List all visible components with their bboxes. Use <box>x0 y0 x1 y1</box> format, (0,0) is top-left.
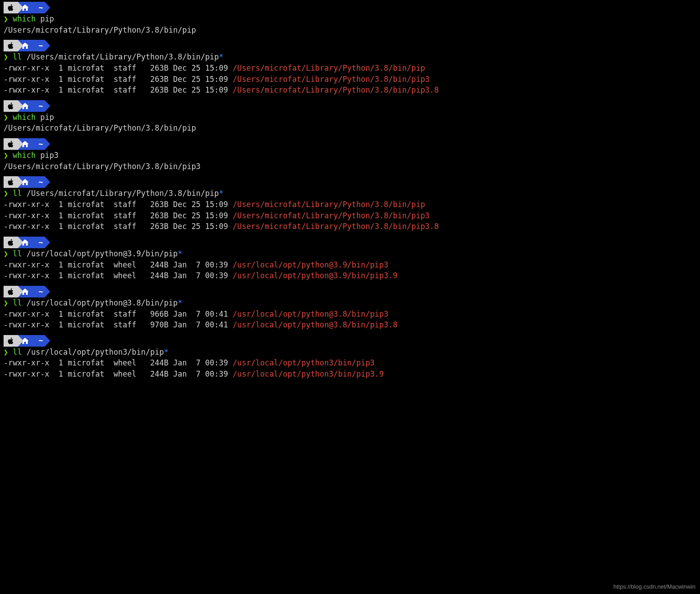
prompt-symbol: ❯ <box>4 347 13 358</box>
command-block: ~ ❯ which pip/Users/microfat/Library/Pyt… <box>4 2 696 35</box>
cwd-segment: ~ <box>32 40 45 51</box>
ls-path: /Users/microfat/Library/Python/3.8/bin/p… <box>233 85 439 96</box>
powerline-prompt: ~ <box>4 286 696 297</box>
glob-star: * <box>219 188 223 199</box>
ls-meta: -rwxr-xr-x 1 microfat staff 263B Dec 25 … <box>4 221 233 232</box>
output-line: /Users/microfat/Library/Python/3.8/bin/p… <box>4 161 696 172</box>
terminal-output[interactable]: ~ ❯ which pip/Users/microfat/Library/Pyt… <box>4 2 696 380</box>
prompt-symbol: ❯ <box>4 188 13 199</box>
ls-row: -rwxr-xr-x 1 microfat wheel 244B Jan 7 0… <box>4 357 696 369</box>
output-line: /Users/microfat/Library/Python/3.8/bin/p… <box>4 25 696 36</box>
ls-meta: -rwxr-xr-x 1 microfat staff 263B Dec 25 … <box>4 74 233 85</box>
powerline-separator-icon <box>45 40 50 51</box>
ls-meta: -rwxr-xr-x 1 microfat staff 263B Dec 25 … <box>4 85 233 96</box>
ls-meta: -rwxr-xr-x 1 microfat wheel 244B Jan 7 0… <box>4 369 233 380</box>
powerline-separator-icon <box>45 100 50 112</box>
command-name: which <box>13 150 35 161</box>
command-block: ~ ❯ which pip3/Users/microfat/Library/Py… <box>4 138 696 172</box>
ls-meta: -rwxr-xr-x 1 microfat staff 966B Jan 7 0… <box>4 309 233 320</box>
command-block: ~ ❯ ll /Users/microfat/Library/Python/3.… <box>4 40 696 96</box>
cwd-segment: ~ <box>32 176 45 188</box>
ls-row: -rwxr-xr-x 1 microfat staff 263B Dec 25 … <box>4 74 696 85</box>
command-line: ❯ which pip <box>4 112 696 123</box>
ls-row: -rwxr-xr-x 1 microfat staff 263B Dec 25 … <box>4 85 696 96</box>
prompt-symbol: ❯ <box>4 248 13 259</box>
powerline-separator-icon <box>45 237 50 248</box>
powerline-separator-icon <box>45 138 50 150</box>
ls-meta: -rwxr-xr-x 1 microfat staff 263B Dec 25 … <box>4 210 233 221</box>
prompt-symbol: ❯ <box>4 51 13 63</box>
glob-star: * <box>178 248 182 259</box>
command-name: which <box>13 112 35 123</box>
powerline-separator-icon <box>45 286 50 297</box>
apple-icon <box>4 286 18 297</box>
command-line: ❯ ll /usr/local/opt/python@3.8/bin/pip* <box>4 297 696 309</box>
ls-row: -rwxr-xr-x 1 microfat staff 263B Dec 25 … <box>4 221 696 232</box>
powerline-prompt: ~ <box>4 40 696 51</box>
apple-icon <box>4 40 18 51</box>
watermark-text: https://blog.csdn.net/Macwinwin <box>613 583 696 591</box>
ls-row: -rwxr-xr-x 1 microfat wheel 244B Jan 7 0… <box>4 369 696 380</box>
powerline-prompt: ~ <box>4 335 696 347</box>
powerline-separator-icon <box>18 176 23 188</box>
command-block: ~ ❯ ll /usr/local/opt/python3/bin/pip*-r… <box>4 335 696 380</box>
powerline-prompt: ~ <box>4 100 696 112</box>
powerline-separator-icon <box>18 286 23 297</box>
ls-row: -rwxr-xr-x 1 microfat staff 970B Jan 7 0… <box>4 319 696 331</box>
ls-path: /Users/microfat/Library/Python/3.8/bin/p… <box>233 74 430 85</box>
command-name: ll <box>13 51 21 63</box>
ls-meta: -rwxr-xr-x 1 microfat wheel 244B Jan 7 0… <box>4 259 233 271</box>
ls-path: /usr/local/opt/python@3.8/bin/pip3 <box>233 309 388 320</box>
apple-icon <box>4 138 18 150</box>
apple-icon <box>4 2 18 13</box>
apple-icon <box>4 100 18 112</box>
powerline-separator-icon <box>18 2 23 13</box>
command-argument: /usr/local/opt/python@3.8/bin/pip <box>22 297 178 309</box>
powerline-separator-icon <box>45 176 50 188</box>
ls-meta: -rwxr-xr-x 1 microfat staff 970B Jan 7 0… <box>4 319 233 331</box>
command-line: ❯ which pip3 <box>4 150 696 161</box>
ls-row: -rwxr-xr-x 1 microfat staff 263B Dec 25 … <box>4 63 696 74</box>
powerline-prompt: ~ <box>4 176 696 188</box>
ls-meta: -rwxr-xr-x 1 microfat staff 263B Dec 25 … <box>4 199 233 210</box>
output-line: /Users/microfat/Library/Python/3.8/bin/p… <box>4 123 696 134</box>
prompt-symbol: ❯ <box>4 150 13 161</box>
glob-star: * <box>178 297 182 309</box>
glob-star: * <box>164 347 168 358</box>
ls-path: /Users/microfat/Library/Python/3.8/bin/p… <box>233 63 425 74</box>
command-name: ll <box>13 347 21 358</box>
powerline-separator-icon <box>18 100 23 112</box>
ls-path: /usr/local/opt/python@3.8/bin/pip3.8 <box>233 319 397 331</box>
command-line: ❯ ll /usr/local/opt/python3/bin/pip* <box>4 347 696 358</box>
apple-icon <box>4 176 18 188</box>
command-argument: /Users/microfat/Library/Python/3.8/bin/p… <box>22 188 219 199</box>
command-name: which <box>13 13 35 25</box>
command-argument: /usr/local/opt/python@3.9/bin/pip <box>22 248 178 259</box>
cwd-segment: ~ <box>32 237 45 248</box>
command-line: ❯ ll /Users/microfat/Library/Python/3.8/… <box>4 188 696 199</box>
command-argument: pip3 <box>36 150 59 161</box>
ls-row: -rwxr-xr-x 1 microfat staff 263B Dec 25 … <box>4 210 696 221</box>
powerline-separator-icon <box>18 138 23 150</box>
cwd-segment: ~ <box>32 138 45 150</box>
command-argument: /Users/microfat/Library/Python/3.8/bin/p… <box>22 51 219 63</box>
powerline-separator-icon <box>18 40 23 51</box>
command-block: ~ ❯ ll /Users/microfat/Library/Python/3.… <box>4 176 696 232</box>
ls-path: /usr/local/opt/python@3.9/bin/pip3.9 <box>233 270 397 281</box>
ls-meta: -rwxr-xr-x 1 microfat staff 263B Dec 25 … <box>4 63 233 74</box>
command-name: ll <box>13 188 21 199</box>
ls-path: /usr/local/opt/python3/bin/pip3.9 <box>233 369 384 380</box>
command-block: ~ ❯ ll /usr/local/opt/python@3.9/bin/pip… <box>4 237 696 281</box>
powerline-prompt: ~ <box>4 237 696 248</box>
ls-meta: -rwxr-xr-x 1 microfat wheel 244B Jan 7 0… <box>4 270 233 281</box>
powerline-prompt: ~ <box>4 138 696 150</box>
ls-row: -rwxr-xr-x 1 microfat wheel 244B Jan 7 0… <box>4 259 696 271</box>
command-block: ~ ❯ which pip/Users/microfat/Library/Pyt… <box>4 100 696 134</box>
command-line: ❯ ll /usr/local/opt/python@3.9/bin/pip* <box>4 248 696 259</box>
ls-path: /Users/microfat/Library/Python/3.8/bin/p… <box>233 221 439 232</box>
powerline-separator-icon <box>18 335 23 347</box>
cwd-segment: ~ <box>32 335 45 347</box>
apple-icon <box>4 335 18 347</box>
glob-star: * <box>219 51 223 63</box>
powerline-separator-icon <box>18 237 23 248</box>
